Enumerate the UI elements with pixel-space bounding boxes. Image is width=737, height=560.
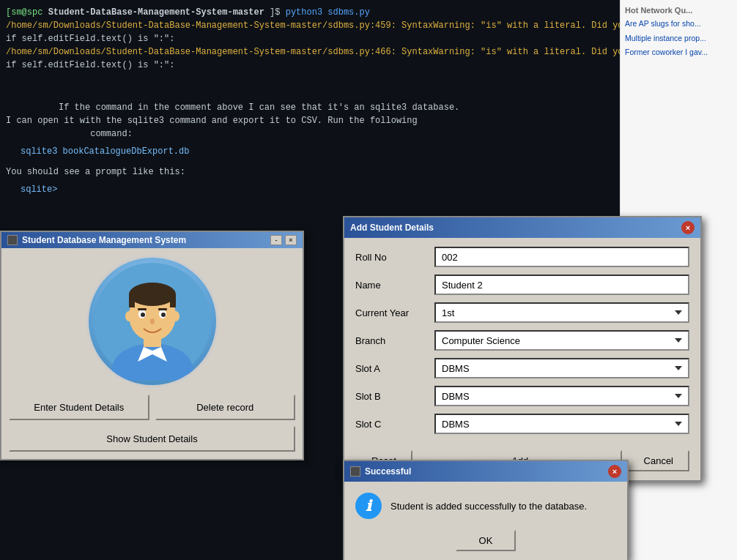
success-dialog: Successful × ℹ Student is added successf… [343,460,629,560]
add-student-form: Roll No Name Current Year 1st 2nd 3rd 4t… [344,238,700,450]
student-avatar [86,255,218,387]
sdbms-close-button[interactable]: × [285,235,297,245]
terminal-command: python3 sdbms.py [286,7,370,18]
hot-link-2[interactable]: Multiple instance prop... [625,34,733,44]
sdbms-content: Enter Student Details Delete record Show… [1,248,303,459]
enter-student-details-button[interactable]: Enter Student Details [9,395,149,420]
svg-point-14 [125,311,133,321]
terminal-prompt-end: ]$ [270,7,286,18]
add-student-dialog: Add Student Details × Roll No Name Curre… [343,216,702,482]
svg-rect-5 [129,294,135,307]
sdbms-titlebar: Student Database Management System - × [1,232,303,248]
terminal-prompt: [sm@spc [6,7,42,18]
current-year-select[interactable]: 1st 2nd 3rd 4th [434,302,689,323]
success-window-icon [350,466,360,477]
terminal-project: Student-DataBase-Management-System-maste… [48,7,264,18]
add-student-title-text: Add Student Details [350,223,434,233]
svg-point-15 [172,311,179,321]
slot-a-row: Slot A DBMS OS CN DS [355,358,689,378]
slot-b-select-wrapper: DBMS OS CN DS [434,386,689,406]
name-row: Name [355,275,689,295]
avatar-svg [94,263,211,380]
roll-no-row: Roll No [355,247,689,267]
success-message: Student is added successfully to the dat… [390,501,587,512]
branch-select-wrapper: Computer Science Electronics Mechanical … [434,330,689,351]
svg-point-13 [150,318,155,324]
svg-point-9 [141,313,145,317]
slot-c-label: Slot C [355,419,429,430]
branch-select[interactable]: Computer Science Electronics Mechanical … [434,330,689,351]
success-title-text: Successful [365,466,411,477]
slot-c-select-wrapper: DBMS OS CN DS [434,414,689,434]
sdbms-title-text: Student Database Management System [22,235,186,245]
svg-rect-12 [158,308,167,310]
current-year-label: Current Year [355,307,429,318]
add-student-titlebar: Add Student Details × [344,217,700,238]
svg-point-10 [161,313,166,317]
slot-c-row: Slot C DBMS OS CN DS [355,414,689,434]
success-title-left: Successful [350,466,411,477]
hot-link-3[interactable]: Former coworker I gav... [625,48,733,58]
slot-a-select-wrapper: DBMS OS CN DS [434,358,689,378]
current-year-select-wrapper: 1st 2nd 3rd 4th [434,302,689,323]
sdbms-btn-row-1: Enter Student Details Delete record [9,395,295,420]
info-icon: ℹ [355,493,382,519]
sdbms-title-left: Student Database Management System [7,235,186,245]
slot-c-select[interactable]: DBMS OS CN DS [434,414,689,434]
slot-a-select[interactable]: DBMS OS CN DS [434,358,689,378]
sdbms-buttons: Enter Student Details Delete record Show… [9,395,295,452]
slot-b-row: Slot B DBMS OS CN DS [355,386,689,406]
ok-button[interactable]: OK [456,530,516,551]
sdbms-window: Student Database Management System - × [0,231,304,460]
sdbms-minimize-button[interactable]: - [270,235,282,245]
cancel-button[interactable]: Cancel [628,450,689,471]
success-footer: OK [344,530,627,560]
slot-b-select[interactable]: DBMS OS CN DS [434,386,689,406]
success-titlebar: Successful × [344,461,627,482]
slot-a-label: Slot A [355,363,429,374]
success-close-button[interactable]: × [608,465,621,478]
roll-no-label: Roll No [355,252,429,263]
svg-point-4 [129,283,176,306]
delete-record-button[interactable]: Delete record [155,395,296,420]
show-student-details-button[interactable]: Show Student Details [9,426,295,452]
slot-b-label: Slot B [355,391,429,402]
roll-no-input[interactable] [434,247,689,267]
sdbms-window-icon [7,235,18,245]
svg-rect-11 [138,308,147,310]
branch-label: Branch [355,335,429,346]
hot-network-title: Hot Network Qu... [625,6,733,15]
branch-row: Branch Computer Science Electronics Mech… [355,330,689,351]
current-year-row: Current Year 1st 2nd 3rd 4th [355,302,689,323]
sdbms-window-controls: - × [270,235,297,245]
add-student-close-button[interactable]: × [681,221,695,234]
success-content: ℹ Student is added successfully to the d… [344,482,627,530]
svg-rect-6 [170,294,176,307]
hot-link-1[interactable]: Are AP slugs for sho... [625,19,733,29]
name-label: Name [355,280,429,291]
name-input[interactable] [434,275,689,295]
